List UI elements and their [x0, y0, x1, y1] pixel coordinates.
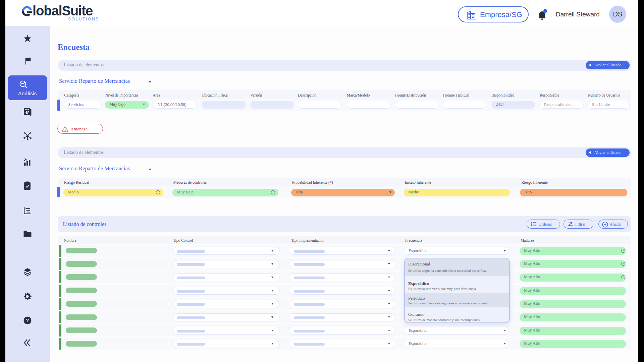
svg-text:?: ?	[26, 318, 29, 323]
